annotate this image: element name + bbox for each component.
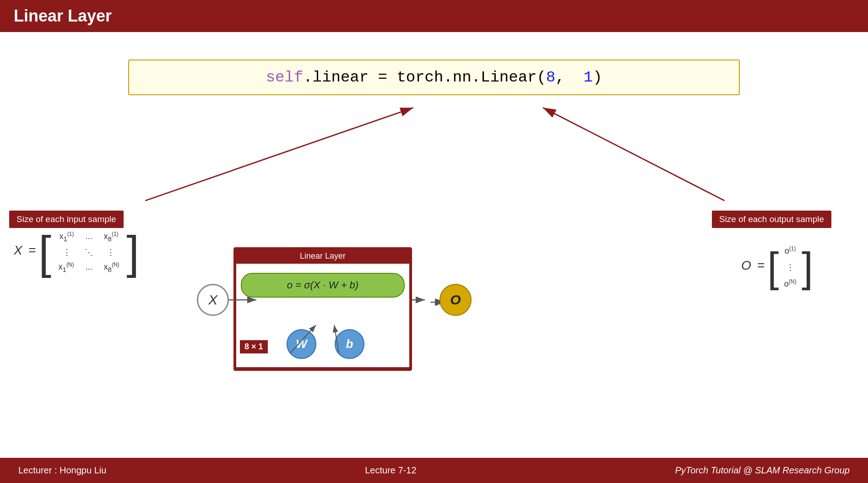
- o-circle: O: [439, 284, 472, 316]
- matrix-x: X = [ x1(1) ... x8(1) ⋮ ⋱ ⋮ x1(N) ... x8…: [14, 229, 139, 276]
- nn-box-inner: o = σ(X · W + b) 8 × 1 W b: [236, 264, 409, 367]
- header: Linear Layer: [0, 0, 868, 32]
- code-dot: .: [303, 69, 312, 86]
- matrix-o: O = [ o(1) ⋮ o(N) ]: [741, 243, 813, 292]
- code-num-1: 1: [583, 69, 592, 86]
- code-block: self.linear = torch.nn.Linear(8, 1): [128, 60, 740, 95]
- code-comma: ,: [555, 69, 583, 86]
- footer-lecturer: Lecturer : Hongpu Liu: [18, 465, 106, 476]
- nn-diagram: X Linear Layer o = σ(X · W + b) 8 × 1 W …: [211, 229, 449, 385]
- main-content: self.linear = torch.nn.Linear(8, 1) Size…: [0, 32, 868, 458]
- code-torch: torch: [396, 69, 443, 86]
- svg-line-1: [145, 108, 413, 201]
- formula-box: o = σ(X · W + b): [241, 273, 405, 298]
- footer: Lecturer : Hongpu Liu Lecture 7-12 PyTor…: [0, 458, 868, 483]
- code-close: ): [593, 69, 602, 86]
- footer-course: PyTorch Tutorial @ SLAM Research Group: [675, 465, 850, 476]
- footer-lecture: Lecture 7-12: [365, 465, 416, 476]
- page-title: Linear Layer: [14, 6, 112, 26]
- code-eq: =: [369, 69, 396, 86]
- code-num-8: 8: [546, 69, 555, 86]
- code-self: self: [266, 69, 304, 86]
- w-circle: W: [287, 329, 316, 359]
- x-circle: X: [197, 284, 229, 316]
- svg-line-2: [543, 108, 725, 201]
- code-Linear: Linear(: [481, 69, 546, 86]
- dim-label: 8 × 1: [240, 340, 268, 353]
- linear-layer-box: Linear Layer o = σ(X · W + b) 8 × 1 W b: [233, 247, 412, 371]
- input-sample-label: Size of each input sample: [9, 211, 124, 228]
- code-nn: .nn.: [443, 69, 481, 86]
- b-circle: b: [335, 329, 364, 359]
- nn-box-title: Linear Layer: [235, 249, 411, 264]
- code-linear-attr: linear: [313, 69, 369, 86]
- output-sample-label: Size of each output sample: [712, 211, 831, 228]
